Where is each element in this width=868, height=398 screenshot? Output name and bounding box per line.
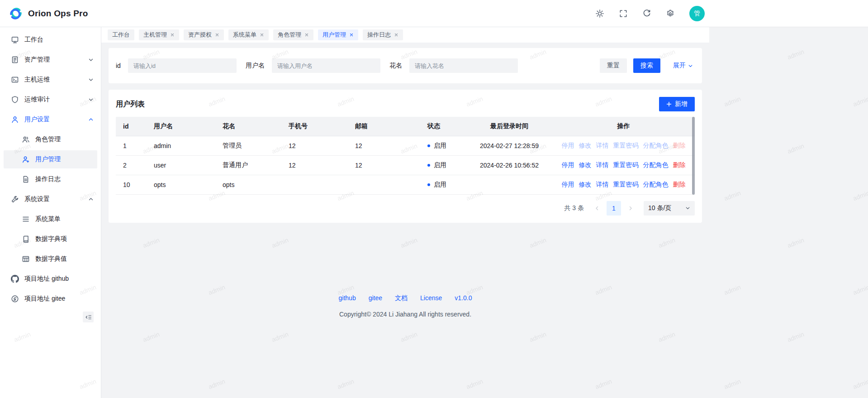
- status-label: 启用: [434, 142, 446, 149]
- reset-password-action[interactable]: 重置密码: [613, 161, 639, 168]
- close-icon[interactable]: [349, 33, 354, 37]
- assign-role-action[interactable]: 分配角色: [643, 161, 669, 168]
- page-1-button[interactable]: 1: [607, 201, 621, 216]
- close-icon[interactable]: [394, 33, 398, 37]
- page-size-value: 10 条/页: [648, 204, 671, 212]
- delete-action[interactable]: 删除: [673, 142, 686, 149]
- sidebar-item-role-management[interactable]: 角色管理: [4, 130, 97, 149]
- cell-email: 12: [351, 136, 423, 155]
- tab-label: 主机管理: [143, 31, 167, 39]
- cell-email: 12: [351, 155, 423, 175]
- panel-title: 用户列表: [116, 100, 145, 109]
- sidebar-item-operation-log[interactable]: 操作日志: [4, 170, 97, 188]
- detail-action[interactable]: 详情: [596, 161, 609, 168]
- tab-role-management[interactable]: 角色管理: [273, 29, 313, 40]
- sidebar-item-label: 工作台: [24, 36, 94, 44]
- sidebar-item-host-ops[interactable]: 主机运维: [4, 71, 97, 89]
- table-row: 2 user 普通用户 12 12 启用 2024-02-26 10:56:52…: [116, 155, 695, 175]
- delete-action[interactable]: 删除: [673, 161, 686, 168]
- refresh-icon[interactable]: [642, 9, 651, 18]
- disable-action[interactable]: 停用: [562, 142, 574, 149]
- sidebar-item-label: 资产管理: [24, 56, 83, 64]
- reset-password-action[interactable]: 重置密码: [613, 142, 639, 149]
- sidebar-item-label: 数据字典值: [35, 255, 94, 263]
- tab-strip: 工作台 主机管理 资产授权 系统菜单 角色管理 用户管理: [101, 27, 709, 43]
- tab-user-management[interactable]: 用户管理: [318, 29, 358, 40]
- footer-link-github[interactable]: github: [339, 294, 356, 302]
- cell-id: 10: [116, 175, 149, 194]
- add-user-button[interactable]: 新增: [659, 97, 695, 111]
- delete-action[interactable]: 删除: [673, 181, 686, 188]
- log-file-icon: [22, 175, 30, 183]
- field-username: 用户名: [246, 58, 380, 73]
- nickname-input[interactable]: [409, 58, 518, 73]
- cell-id: 2: [116, 155, 149, 175]
- table-scrollbar[interactable]: [692, 117, 695, 195]
- user-avatar[interactable]: 管: [689, 6, 705, 21]
- sidebar-item-label: 用户管理: [35, 155, 94, 163]
- fullscreen-icon[interactable]: [619, 9, 628, 18]
- id-input[interactable]: [128, 58, 237, 73]
- field-id: id: [116, 58, 237, 73]
- prev-page-button[interactable]: [591, 201, 603, 216]
- footer-link-gitee[interactable]: gitee: [369, 294, 382, 302]
- tab-operation-log[interactable]: 操作日志: [363, 29, 403, 40]
- tool-icon: [11, 195, 19, 203]
- sidebar-item-label: 系统设置: [24, 195, 83, 203]
- user-table: id 用户名 花名 手机号 邮箱 状态 最后登录时间 操作: [116, 117, 695, 195]
- assign-role-action[interactable]: 分配角色: [643, 142, 669, 149]
- sidebar-collapse-button[interactable]: [83, 312, 94, 322]
- cell-status: 启用: [423, 136, 466, 155]
- sidebar-item-ops-audit[interactable]: 运维审计: [4, 91, 97, 109]
- sidebar-item-workbench[interactable]: 工作台: [4, 31, 97, 49]
- sidebar-item-system-menu[interactable]: 系统菜单: [4, 210, 97, 228]
- tab-host-management[interactable]: 主机管理: [139, 29, 179, 40]
- next-page-button[interactable]: [625, 201, 636, 216]
- cell-email: [351, 175, 423, 194]
- disable-action[interactable]: 停用: [562, 181, 574, 188]
- edit-action[interactable]: 修改: [579, 142, 592, 149]
- sidebar-item-user-management[interactable]: 用户管理: [4, 150, 97, 168]
- close-icon[interactable]: [215, 33, 219, 37]
- expand-button[interactable]: 展开: [671, 58, 695, 73]
- tab-asset-authorization[interactable]: 资产授权: [184, 29, 224, 40]
- sidebar-item-system-settings[interactable]: 系统设置: [4, 190, 97, 208]
- close-icon[interactable]: [304, 33, 309, 37]
- assign-role-action[interactable]: 分配角色: [643, 181, 669, 188]
- sidebar-item-github[interactable]: 项目地址 github: [4, 270, 97, 288]
- disable-action[interactable]: 停用: [562, 161, 574, 168]
- username-input[interactable]: [272, 58, 380, 73]
- pagination: 共 3 条 1 10 条/页: [116, 201, 695, 216]
- sidebar-item-dict-value[interactable]: 数据字典值: [4, 250, 97, 268]
- detail-action[interactable]: 详情: [596, 142, 609, 149]
- footer-link-version[interactable]: v1.0.0: [455, 294, 472, 302]
- detail-action[interactable]: 详情: [596, 181, 609, 188]
- close-icon[interactable]: [260, 33, 264, 37]
- cell-mobile: [284, 175, 351, 194]
- sidebar-item-asset-management[interactable]: 资产管理: [4, 51, 97, 69]
- footer-link-docs[interactable]: 文档: [395, 294, 408, 302]
- theme-brightness-icon[interactable]: [595, 9, 604, 18]
- chevron-down-icon: [88, 77, 94, 82]
- column-header-last-login: 最后登录时间: [466, 117, 552, 136]
- column-header-actions: 操作: [552, 117, 695, 136]
- edit-action[interactable]: 修改: [579, 181, 592, 188]
- settings-gear-icon[interactable]: [666, 9, 675, 18]
- footer-link-license[interactable]: License: [420, 294, 442, 302]
- gitee-icon: [11, 295, 19, 303]
- close-icon[interactable]: [170, 33, 175, 37]
- tab-label: 用户管理: [323, 31, 346, 39]
- page-size-select[interactable]: 10 条/页: [644, 201, 695, 216]
- tab-workbench[interactable]: 工作台: [108, 29, 134, 40]
- reset-password-action[interactable]: 重置密码: [613, 181, 639, 188]
- edit-action[interactable]: 修改: [579, 161, 592, 168]
- sidebar-item-label: 项目地址 github: [24, 275, 94, 283]
- sidebar-item-gitee[interactable]: 项目地址 gitee: [4, 290, 97, 308]
- header-actions: 管: [595, 0, 705, 27]
- search-button[interactable]: 搜索: [633, 58, 660, 73]
- reset-button[interactable]: 重置: [600, 58, 627, 73]
- sidebar-item-dict-item[interactable]: 数据字典项: [4, 230, 97, 248]
- sidebar-item-user-settings[interactable]: 用户设置: [4, 110, 97, 129]
- tab-system-menu[interactable]: 系统菜单: [228, 29, 269, 40]
- search-panel: id 用户名 花名 重置 搜索 展开: [109, 48, 702, 83]
